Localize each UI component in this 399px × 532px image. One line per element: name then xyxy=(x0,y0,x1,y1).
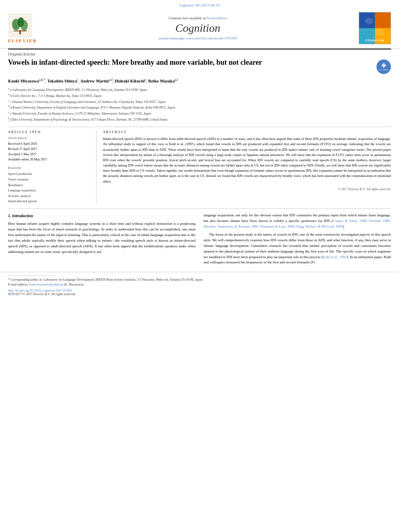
crossmark-badge: ✚ CrossMark xyxy=(376,60,391,74)
revised-date: Revised 17 April 2017 xyxy=(8,147,90,152)
article-info-label: ARTICLE INFO xyxy=(8,130,90,134)
svg-rect-12 xyxy=(376,29,384,35)
article-title-area: Vowels in infant-directed speech: More b… xyxy=(0,56,399,76)
abstract-col: ABSTRACT Infant-directed speech (IDS) is… xyxy=(103,130,391,204)
contents-line: Contents lists available at ScienceDirec… xyxy=(37,16,359,20)
sciencedirect-link[interactable]: ScienceDirect xyxy=(207,16,227,20)
svg-point-3 xyxy=(21,20,28,31)
article-info-abstract-section: ARTICLE INFO Article history: Received 6… xyxy=(0,130,399,204)
email-link[interactable]: kouki.miyazawa@riken.jp xyxy=(29,283,63,286)
elsevier-logo: ELSEVIER xyxy=(8,13,37,43)
affiliations: a a Laboratory for Language Development,… xyxy=(0,85,399,123)
affil-e: e e Waseda University, Faculty of Human … xyxy=(8,110,391,116)
article-history: Article history: Received 6 April 2016 R… xyxy=(8,136,90,162)
keyword-6: Infant-directed speech xyxy=(8,199,90,204)
article-info-col: ARTICLE INFO Article history: Received 6… xyxy=(8,130,97,204)
author-kouki: Kouki Miyazawaa,b,*, xyxy=(8,79,47,83)
affil-f: f f Duke University, Department of Psych… xyxy=(8,116,391,122)
intro-heading: 1. Introduction xyxy=(8,213,195,219)
abstract-text: Infant-directed speech (IDS) is known to… xyxy=(103,136,391,184)
intro-para2: language acquisition, not only for the o… xyxy=(204,213,391,230)
cognition-logo: COGNITION xyxy=(359,12,391,44)
journal-header: Cognition 166 (2017) 84–93 ELSEVIER Co xyxy=(0,0,399,49)
intro-para3: The focus of the present study is the na… xyxy=(204,232,391,266)
author-andrew: Andrew Martina,d, xyxy=(80,79,115,83)
received-date: Received 6 April 2016 xyxy=(8,142,90,147)
copyright-line: © 2017 Elsevier B.V. All rights reserved… xyxy=(103,187,391,191)
keywords-section: Keywords: Speech production Vowel variat… xyxy=(8,166,90,204)
footnote-divider xyxy=(8,275,56,276)
affil-d: d d Konan University, Department of Engl… xyxy=(8,104,391,110)
email-footnote: E-mail address: kouki.miyazawa@riken.jp … xyxy=(8,282,391,287)
keyword-1: Speech production xyxy=(8,171,90,177)
elsevier-text: ELSEVIER xyxy=(8,38,37,43)
keyword-2: Vowel variation xyxy=(8,177,90,183)
author-hideaki: Hideaki Kikuchie, xyxy=(115,79,148,83)
accepted-date: Accepted 1 May 2017 xyxy=(8,152,90,157)
article-info-divider xyxy=(8,127,391,127)
keyword-5: Acoustic analysis xyxy=(8,193,90,199)
page-footer: * Corresponding author at: Laboratory fo… xyxy=(0,272,399,298)
affil-c: c c Otsuma Women's University, Faculty o… xyxy=(8,99,391,105)
corresponding-footnote: * Corresponding author at: Laboratory fo… xyxy=(8,277,391,282)
journal-citation: Cognition 166 (2017) 84–93 xyxy=(8,3,391,7)
svg-rect-8 xyxy=(375,12,391,28)
keyword-3: Breathiness xyxy=(8,183,90,188)
article-type: Original Articles xyxy=(0,49,399,56)
abstract-label: ABSTRACT xyxy=(103,130,391,134)
header-center: Contents lists available at ScienceDirec… xyxy=(37,16,359,40)
affil-a: a a Laboratory for Language Development,… xyxy=(8,86,391,92)
affil-b: b b Fairy Devices Inc., 7-3-1 Hongo, Bun… xyxy=(8,92,391,99)
intro-col-right: language acquisition, not only for the o… xyxy=(204,213,391,268)
svg-text:COGNITION: COGNITION xyxy=(365,39,384,42)
intro-para1: How human infants acquire highly complex… xyxy=(8,221,195,255)
author-takahito: Takahito Shinyac, xyxy=(47,79,80,83)
body-divider xyxy=(8,208,391,209)
svg-point-11 xyxy=(365,18,373,25)
journal-homepage: journal homepage: www.elsevier.com/locat… xyxy=(37,36,359,40)
rights-line: 0010-0277/© 2017 Elsevier B.V. All right… xyxy=(8,292,391,296)
article-title: Vowels in infant-directed speech: More b… xyxy=(8,58,376,67)
journal-title: Cognition xyxy=(37,22,359,35)
author-reiko: Reiko Mazukaa,f xyxy=(148,79,178,83)
intro-col-left: 1. Introduction How human infants acquir… xyxy=(8,213,195,268)
introduction-section: 1. Introduction How human infants acquir… xyxy=(0,213,399,268)
available-date: Available online 26 May 2017 xyxy=(8,157,90,162)
doi-line[interactable]: http://dx.doi.org/10.1016/j.cognition.20… xyxy=(8,289,391,292)
keyword-4: Language acquisition xyxy=(8,188,90,193)
authors-line: Kouki Miyazawaa,b,*, Takahito Shinyac, A… xyxy=(0,76,399,85)
